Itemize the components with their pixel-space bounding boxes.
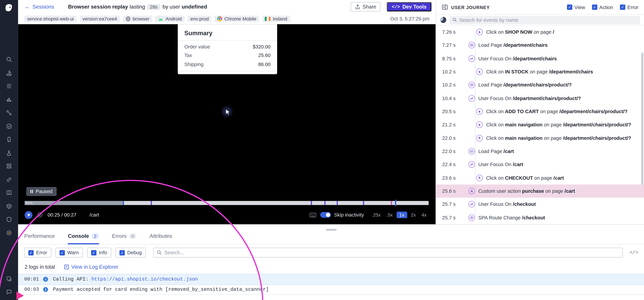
lasting-text: lasting xyxy=(130,4,145,10)
notebook-icon[interactable] xyxy=(6,189,12,196)
replay-timeline-scrubber[interactable] xyxy=(25,201,429,205)
tag-geo-ireland[interactable]: Ireland xyxy=(262,15,290,22)
tag-service[interactable]: service:shopist-web-ui xyxy=(24,15,77,22)
view-in-log-explorer-link[interactable]: View in Log Explorer xyxy=(64,264,118,270)
dev-tools-button[interactable]: </> Dev Tools xyxy=(387,2,432,11)
journey-search-input[interactable] xyxy=(460,17,637,23)
journey-event-row[interactable]: 22.0 s Load Page /cart xyxy=(436,145,644,158)
user-journey-panel-icon[interactable] xyxy=(442,4,448,10)
journey-event-row[interactable]: 10.2 s Click on IN STOCK on page /depart… xyxy=(436,65,644,78)
chrome-icon xyxy=(217,16,222,21)
speed-option[interactable]: .25x xyxy=(370,212,383,218)
activity-waveform xyxy=(26,201,34,205)
console-search-input[interactable] xyxy=(164,250,619,256)
monitors-check-icon[interactable] xyxy=(6,123,12,129)
checkbox-checked-icon: ✓ xyxy=(28,250,34,255)
console-log-row[interactable]: 00:03 i Payment accepted for card ending… xyxy=(18,285,644,295)
tab-attributes[interactable]: Attributes xyxy=(150,233,172,244)
journey-minimap-icon[interactable] xyxy=(440,17,446,23)
tag-browser[interactable]: browser xyxy=(123,15,152,22)
timeline-playhead[interactable] xyxy=(395,200,396,206)
filter-action-checkbox[interactable]: ✓Action xyxy=(592,4,613,10)
replay-viewport[interactable]: Summary Order value $320.00 Tax 25.60 Sh… xyxy=(18,24,436,224)
summary-value: $320.00 xyxy=(253,44,270,49)
keyboard-shortcuts-icon[interactable] xyxy=(310,213,316,217)
panel-resize-handle[interactable] xyxy=(326,229,336,231)
mouse-cursor xyxy=(225,109,231,116)
datadog-logo[interactable] xyxy=(4,3,14,13)
speed-option[interactable]: 4x xyxy=(420,212,428,218)
tab-errors[interactable]: Errors0 xyxy=(112,233,136,244)
play-button[interactable] xyxy=(25,211,32,219)
tag-version[interactable]: version:ea7cee4 xyxy=(80,15,120,22)
journey-event-row[interactable]: 8.75 s ⇄ User Focus On /department/chair… xyxy=(436,52,644,65)
security-shield-icon[interactable] xyxy=(6,216,12,223)
event-time: 10.4 s xyxy=(442,95,468,101)
filter-debug-chip[interactable]: ✓Debug xyxy=(115,248,146,258)
filter-label: Action xyxy=(599,4,613,10)
event-description: Load Page /cart xyxy=(478,148,514,154)
event-description: SPA Route Change /checkout xyxy=(478,215,545,220)
bar-chart-icon[interactable] xyxy=(6,96,12,103)
layers-icon[interactable] xyxy=(6,276,12,282)
logs-list-icon[interactable] xyxy=(6,83,12,89)
flask-icon[interactable] xyxy=(6,149,12,156)
event-time: 10.2 s xyxy=(442,82,468,88)
filter-warn-chip[interactable]: ✓Warn xyxy=(55,248,83,258)
click-event-icon xyxy=(476,135,483,141)
speed-selector: .25x .5x 1x 2x 4x xyxy=(370,212,428,218)
journey-event-row[interactable]: 25.7 s ⇄ User Focus On /checkout xyxy=(436,198,644,211)
filter-view-checkbox[interactable]: ✓View xyxy=(567,4,585,10)
timeline-event-marker xyxy=(336,201,338,205)
journey-event-row[interactable]: 10.4 s ⇄ User Focus On /department/chair… xyxy=(436,92,644,105)
event-time: 10.2 s xyxy=(442,69,468,75)
search-icon[interactable] xyxy=(6,56,12,63)
tag-env[interactable]: env:prod xyxy=(188,15,212,22)
session-replay-target-icon[interactable] xyxy=(6,230,12,236)
share-button[interactable]: Share xyxy=(351,2,381,11)
summary-row: Shipping 86.00 xyxy=(178,60,277,69)
log-url-link[interactable]: https://api.shopist.io/checkout.json xyxy=(92,277,198,282)
queue-icon[interactable] xyxy=(6,163,12,169)
journey-event-row[interactable]: 20.5 s Click on ADD TO CART on page /dep… xyxy=(436,105,644,118)
journey-event-row[interactable]: 22.4 s ⇄ User Focus On /cart xyxy=(436,158,644,171)
journey-event-row[interactable]: 10.2 s Load Page /department/chairs/prod… xyxy=(436,78,644,92)
time-display: 00:25 / 00:27 xyxy=(48,212,76,218)
summary-row: Tax 25.60 xyxy=(178,51,277,60)
filter-error-chip[interactable]: ✓Error xyxy=(24,248,51,258)
journey-event-row[interactable]: 7.27 s Load Page /department/chairs xyxy=(436,39,644,52)
service-map-icon[interactable] xyxy=(6,109,12,116)
journey-event-row-custom-action[interactable]: 25.6 s A Custom user action purchase on … xyxy=(436,185,644,198)
tag-os-android[interactable]: Android xyxy=(155,15,184,22)
journey-event-row[interactable]: 22.0 s Click on main navigation on page … xyxy=(436,131,644,145)
integrations-link-icon[interactable] xyxy=(6,176,12,183)
event-time: 25.7 s xyxy=(442,201,468,207)
journey-event-row[interactable]: 23.6 s Click on CHECKOUT on page /cart xyxy=(436,171,644,185)
event-description: User Focus On /checkout xyxy=(478,201,536,207)
tag-browser-chrome[interactable]: Chrome Mobile xyxy=(214,15,259,22)
pause-icon xyxy=(30,190,33,193)
tab-performance[interactable]: Performance xyxy=(24,233,55,244)
filter-info-chip[interactable]: ✓Info xyxy=(87,248,111,258)
skip-inactivity-toggle[interactable] xyxy=(320,212,331,218)
journey-event-list[interactable]: 7.26 s Click on SHOP NOW on page / 7.27 … xyxy=(436,25,644,224)
back-to-sessions-link[interactable]: ← Sessions xyxy=(25,4,54,10)
journey-event-row[interactable]: 7.26 s Click on SHOP NOW on page / xyxy=(436,25,644,39)
journey-event-row[interactable]: 21.2 s Click on main navigation on page … xyxy=(436,118,644,131)
journey-event-row[interactable]: 25.7 s SPA Route Change /checkout xyxy=(436,211,644,224)
help-chat-icon[interactable] xyxy=(6,289,12,295)
mobile-phone-icon[interactable] xyxy=(6,136,12,143)
chip-label: Debug xyxy=(127,250,142,256)
skip-to-marker-icon[interactable] xyxy=(38,212,42,217)
speed-option[interactable]: .5x xyxy=(384,212,395,218)
tab-console[interactable]: Console2 xyxy=(68,233,99,244)
view-as-code-icon[interactable]: </> xyxy=(630,250,638,256)
ship-icon[interactable] xyxy=(6,69,12,76)
package-icon[interactable] xyxy=(6,203,12,209)
console-log-row[interactable]: 00:01 i Calling API: https://api.shopist… xyxy=(18,274,644,284)
tag-label: env:prod xyxy=(190,16,209,21)
search-icon xyxy=(452,17,457,22)
speed-option-active[interactable]: 1x xyxy=(396,212,407,218)
speed-option[interactable]: 2x xyxy=(409,212,418,218)
filter-error-checkbox[interactable]: ✓Error xyxy=(620,4,638,10)
